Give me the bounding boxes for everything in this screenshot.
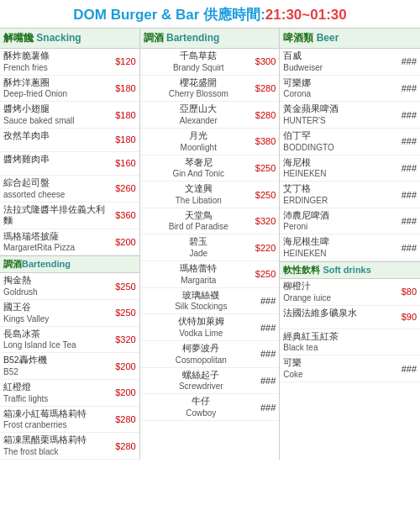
list-item: 紅橙燈 Traffic lights $200 — [0, 380, 139, 407]
col2-header-en: Bartending — [166, 32, 219, 44]
list-item: 長島冰茶 Long Island Ice Tea $320 — [0, 327, 139, 354]
list-item: 文達興 The Libation $250 — [140, 182, 280, 208]
list-item: 海尼根 HEINEKEN ### — [280, 155, 420, 182]
list-item: 黃金蘋果啤酒 HUNTER'S ### — [280, 102, 420, 129]
list-item: B52轟炸機 B52 $200 — [0, 353, 139, 380]
list-item: 沛農尼啤酒 Peroni ### — [280, 208, 420, 235]
col-bartending: 調酒 Bartending 千島草菇 Brandy Squirt $300 櫻花… — [140, 29, 281, 460]
list-item: 醬烤小翅腿 Sauce baked small $180 — [0, 102, 139, 129]
col2-header-cn: 調酒 — [144, 32, 164, 44]
list-item: 碧玉 Jade $220 — [140, 234, 280, 261]
list-item: 瑪格瑞塔披薩 MargaretRita Pizza $200 — [0, 229, 139, 256]
col-beer: 啤酒類 Beer 百威 Budweiser ### 可樂娜 Corona ###… — [280, 29, 420, 460]
list-item: 掏金熱 Goldrush $250 — [0, 273, 139, 300]
list-item: 牛仔 Cowboy ### — [140, 394, 280, 421]
col1-header-en: Snacking — [36, 32, 81, 44]
list-item: 月光 Moonlight $380 — [140, 129, 280, 155]
list-item: 箱凍小紅莓瑪格莉特 Frost cranberries $280 — [0, 407, 139, 434]
list-item: 可樂 Coke ### — [280, 355, 420, 382]
col3-header-cn: 啤酒類 — [283, 32, 313, 44]
list-item: 螺絲起子 Screwdriver ### — [140, 368, 280, 395]
list-item: 柯夢波丹 Cosmopolitan ### — [140, 341, 280, 368]
list-item: 伏特加萊姆 Vodka Lime ### — [140, 314, 280, 341]
list-item: 醬烤雞肉串 $160 — [0, 152, 139, 176]
col1-header-cn: 解嘴饞 — [3, 32, 34, 44]
list-item: 玻璃絲襪 Silk Stockings ### — [140, 288, 280, 315]
list-item: 法國法維多礦泉水 $90 — [280, 306, 420, 329]
col3-subheader: 軟性飲料 Soft drinks — [280, 261, 420, 279]
list-item: 酥炸洋蔥圈 Deep-fried Onion $180 — [0, 76, 139, 103]
list-item: 艾丁格 ERDINGER ### — [280, 182, 420, 208]
list-item: 伯丁罕 BODDINGTO ### — [280, 129, 420, 155]
list-item: 國王谷 Kings Valley $250 — [0, 300, 139, 327]
col3-header-en: Beer — [317, 32, 339, 44]
list-item: 琴奢尼 Gin And Tonic $250 — [140, 155, 280, 182]
list-item: 百威 Budweiser ### — [280, 49, 420, 76]
list-item: 經典紅玉紅茶 Black tea — [280, 329, 420, 356]
list-item: 瑪格蕾特 Margarita $250 — [140, 261, 280, 288]
page-header: DOM Burger & Bar 供應時間:21:30~01:30 — [0, 0, 420, 28]
col1-header: 解嘴饞 Snacking — [0, 29, 139, 49]
list-item: 酥炸脆薯條 French fries $120 — [0, 49, 139, 76]
list-item: 法拉式隆醬半排佐義大利麵 $360 — [0, 203, 139, 229]
list-item: 孜然羊肉串 $180 — [0, 129, 139, 152]
service-time: 21:30~01:30 — [265, 7, 347, 23]
list-item: 千島草菇 Brandy Squirt $300 — [140, 49, 280, 76]
col-snacking: 解嘴饞 Snacking 酥炸脆薯條 French fries $120 酥炸洋… — [0, 29, 140, 460]
list-item: 天堂鳥 Bird of Paradise $320 — [140, 208, 280, 235]
list-item: 箱凍黑醋栗瑪格莉特 The frost black $280 — [0, 433, 139, 460]
restaurant-name: DOM Burger & Bar — [73, 7, 199, 23]
list-item: 亞歷山大 Alexander $280 — [140, 102, 280, 129]
col2-header: 調酒 Bartending — [140, 29, 280, 49]
list-item: 可樂娜 Corona ### — [280, 76, 420, 103]
list-item: 海尼根生啤 HEINEKEN ### — [280, 234, 420, 261]
list-item: 櫻花盛開 Cherry Blossom $280 — [140, 76, 280, 103]
list-item: 綜合起司盤 assorted cheese $260 — [0, 176, 139, 203]
col3-header: 啤酒類 Beer — [280, 29, 420, 49]
list-item: 柳橙汁 Orange iuice $80 — [280, 279, 420, 306]
col1-subheader: 調酒Bartending — [0, 255, 139, 273]
service-time-label: 供應時間: — [203, 7, 265, 23]
menu-grid: 解嘴饞 Snacking 酥炸脆薯條 French fries $120 酥炸洋… — [0, 28, 420, 460]
